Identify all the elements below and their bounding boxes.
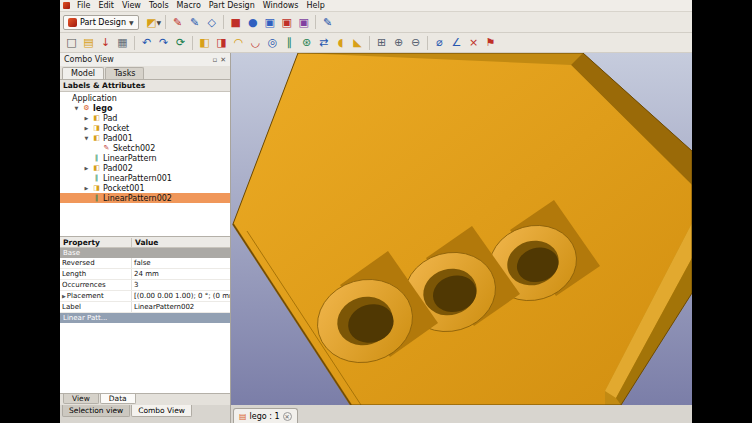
- app-icon: [63, 2, 70, 9]
- flag-icon[interactable]: ⚑: [482, 34, 499, 51]
- undo-icon[interactable]: ↶: [138, 34, 155, 51]
- 3d-scene[interactable]: [231, 53, 692, 405]
- pad-icon[interactable]: ◧: [196, 34, 213, 51]
- tree-item-linearpattern002[interactable]: ∥LinearPattern002: [60, 193, 230, 203]
- menu-item-help[interactable]: Help: [303, 1, 329, 10]
- toolbar-separator: [134, 36, 135, 50]
- tab-model[interactable]: Model: [62, 67, 104, 79]
- property-editor: Property Value Base ReversedfalseLength2…: [60, 236, 230, 393]
- property-value[interactable]: false: [132, 259, 230, 267]
- menu-item-tools[interactable]: Tools: [145, 1, 173, 10]
- groove-icon[interactable]: ◡: [247, 34, 264, 51]
- toolbar-separator: [315, 15, 316, 29]
- polar-pattern-icon[interactable]: ⊛: [298, 34, 315, 51]
- property-value[interactable]: [(0.00 0.00 1.00); 0 °; (0 mm 0 mm 0 ...: [132, 292, 230, 300]
- property-row-occurrences[interactable]: Occurrences3: [60, 280, 230, 291]
- tree-item-pocket[interactable]: ▶◨Pocket: [60, 123, 230, 133]
- expander-icon[interactable]: ▶: [83, 115, 90, 121]
- tree-item-pocket001[interactable]: ▶◨Pocket001: [60, 183, 230, 193]
- menu-item-part-design[interactable]: Part Design: [205, 1, 259, 10]
- 3d-viewport[interactable]: [231, 53, 692, 405]
- boolean-union-icon[interactable]: ▣: [261, 14, 278, 31]
- dock-tab-combo-view[interactable]: Combo View: [131, 405, 192, 417]
- close-panel-icon[interactable]: ✕: [220, 56, 226, 64]
- tree-item-sketch002[interactable]: ✎Sketch002: [60, 143, 230, 153]
- boolean-cut-icon[interactable]: ▣: [278, 14, 295, 31]
- tab-tasks[interactable]: Tasks: [105, 67, 144, 79]
- boolean-common-icon[interactable]: ▣: [295, 14, 312, 31]
- expander-icon[interactable]: ▶: [83, 185, 90, 191]
- zoom-out-icon[interactable]: ⊖: [407, 34, 424, 51]
- part-box-icon[interactable]: ■: [227, 14, 244, 31]
- mirrored-icon[interactable]: ⇄: [315, 34, 332, 51]
- zoom-in-icon[interactable]: ⊕: [390, 34, 407, 51]
- part-cylinder-icon[interactable]: ●: [244, 14, 261, 31]
- dock-tabs: Selection viewCombo View: [60, 405, 231, 423]
- workbench-label: Part Design: [80, 18, 126, 27]
- dock-tab-selection-view[interactable]: Selection view: [62, 405, 130, 417]
- tab-data[interactable]: Data: [100, 394, 136, 404]
- close-icon[interactable]: ✕: [283, 412, 292, 421]
- save-document-icon[interactable]: ↓: [97, 34, 114, 51]
- property-value[interactable]: 3: [132, 281, 230, 289]
- tree-item-pad[interactable]: ▶◧Pad: [60, 113, 230, 123]
- create-sketch-icon[interactable]: ✎: [169, 14, 186, 31]
- create-body-icon-dropdown[interactable]: ▼: [157, 19, 162, 26]
- pad-icon: ◧: [92, 114, 101, 122]
- print-icon[interactable]: ▦: [114, 34, 131, 51]
- map-sketch-icon[interactable]: ◇: [203, 14, 220, 31]
- menu-item-edit[interactable]: Edit: [94, 1, 118, 10]
- measure-distance-icon[interactable]: ⌀: [431, 34, 448, 51]
- property-footer[interactable]: Linear Patt...: [60, 313, 230, 323]
- document-tab-lego[interactable]: ▤ lego : 1 ✕: [233, 408, 298, 423]
- menu-item-macro[interactable]: Macro: [173, 1, 205, 10]
- revolution-icon[interactable]: ◠: [230, 34, 247, 51]
- linear-pattern-icon[interactable]: ∥: [281, 34, 298, 51]
- hole-icon[interactable]: ◎: [264, 34, 281, 51]
- tree-item-pad001[interactable]: ▼◧Pad001: [60, 133, 230, 143]
- fillet-icon[interactable]: ◖: [332, 34, 349, 51]
- tree-item-pad002[interactable]: ▶◧Pad002: [60, 163, 230, 173]
- expander-icon[interactable]: ▶: [62, 293, 66, 299]
- property-row-placement[interactable]: ▶Placement[(0.00 0.00 1.00); 0 °; (0 mm …: [60, 291, 230, 302]
- menu-item-view[interactable]: View: [118, 1, 145, 10]
- property-group-base[interactable]: Base: [60, 248, 230, 258]
- expander-icon[interactable]: ▶: [83, 165, 90, 171]
- expander-icon[interactable]: ▼: [73, 105, 80, 111]
- open-document-icon[interactable]: ▤: [80, 34, 97, 51]
- redo-icon[interactable]: ↷: [155, 34, 172, 51]
- property-row-reversed[interactable]: Reversedfalse: [60, 258, 230, 269]
- new-document-icon[interactable]: □: [63, 34, 80, 51]
- tree-item-linearpattern[interactable]: ∥LinearPattern: [60, 153, 230, 163]
- float-panel-icon[interactable]: ▫: [212, 56, 217, 64]
- datum-pen-icon[interactable]: ✎: [319, 14, 336, 31]
- measure-angle-icon[interactable]: ∠: [448, 34, 465, 51]
- property-value[interactable]: 24 mm: [132, 270, 230, 278]
- fit-all-icon[interactable]: ⊞: [373, 34, 390, 51]
- chamfer-icon[interactable]: ◣: [349, 34, 366, 51]
- refresh-icon[interactable]: ⟳: [172, 34, 189, 51]
- tree-item-linearpattern001[interactable]: ∥LinearPattern001: [60, 173, 230, 183]
- pocket-icon[interactable]: ◨: [213, 34, 230, 51]
- tree-item-lego[interactable]: ▼⚙lego: [60, 103, 230, 113]
- toolbar-row2: □▤↓▦↶↷⟳◧◨◠◡◎∥⊛⇄◖◣⊞⊕⊖⌀∠×⚑: [60, 33, 692, 53]
- document-icon: ▤: [239, 412, 247, 421]
- tab-view[interactable]: View: [63, 394, 99, 404]
- document-tab-bar: ▤ lego : 1 ✕: [231, 405, 692, 423]
- menu-item-file[interactable]: File: [73, 1, 94, 10]
- tree-item-label: Pad: [103, 114, 117, 123]
- expander-icon[interactable]: ▼: [83, 135, 90, 141]
- pocket-icon: ◨: [92, 184, 101, 192]
- prop-rows: ReversedfalseLength24 mmOccurrences3▶Pla…: [60, 258, 230, 313]
- toolbar-separator: [223, 15, 224, 29]
- property-value[interactable]: LinearPattern002: [132, 303, 230, 311]
- tree-item-application[interactable]: Application: [60, 93, 230, 103]
- edit-sketch-icon[interactable]: ✎: [186, 14, 203, 31]
- property-row-label[interactable]: LabelLinearPattern002: [60, 302, 230, 313]
- expander-icon[interactable]: ▶: [83, 125, 90, 131]
- menu-item-windows[interactable]: Windows: [259, 1, 303, 10]
- clear-measure-icon[interactable]: ×: [465, 34, 482, 51]
- workbench-selector[interactable]: Part Design ▼: [63, 15, 139, 30]
- property-name: ▶Placement: [60, 291, 132, 301]
- property-row-length[interactable]: Length24 mm: [60, 269, 230, 280]
